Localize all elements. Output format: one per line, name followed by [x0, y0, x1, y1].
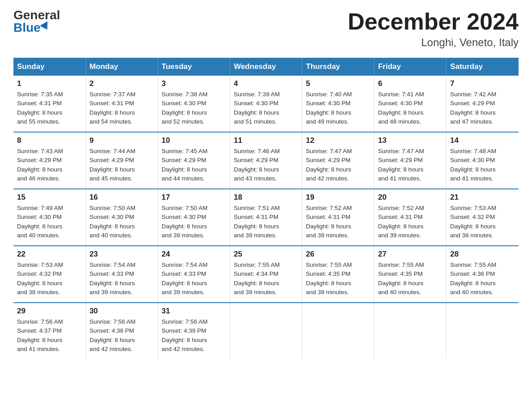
day-info: Sunrise: 7:39 AMSunset: 4:30 PMDaylight:…: [234, 90, 298, 126]
day-info: Sunrise: 7:56 AMSunset: 4:39 PMDaylight:…: [162, 317, 226, 354]
day-number: 18: [234, 193, 298, 202]
day-number: 10: [162, 136, 226, 145]
header-wednesday: Wednesday: [230, 58, 302, 76]
day-info: Sunrise: 7:43 AMSunset: 4:29 PMDaylight:…: [17, 147, 82, 183]
table-row: [230, 303, 302, 359]
calendar-week-1: 1Sunrise: 7:35 AMSunset: 4:31 PMDaylight…: [13, 76, 519, 132]
logo-triangle-icon: [40, 21, 51, 32]
table-row: 18Sunrise: 7:51 AMSunset: 4:31 PMDayligh…: [230, 189, 302, 246]
table-row: 19Sunrise: 7:52 AMSunset: 4:31 PMDayligh…: [302, 189, 374, 246]
table-row: 15Sunrise: 7:49 AMSunset: 4:30 PMDayligh…: [13, 189, 86, 246]
day-info: Sunrise: 7:41 AMSunset: 4:30 PMDaylight:…: [378, 90, 442, 126]
day-info: Sunrise: 7:55 AMSunset: 4:35 PMDaylight:…: [378, 261, 442, 297]
table-row: 5Sunrise: 7:40 AMSunset: 4:30 PMDaylight…: [302, 76, 374, 132]
table-row: 31Sunrise: 7:56 AMSunset: 4:39 PMDayligh…: [158, 303, 230, 359]
table-row: 30Sunrise: 7:56 AMSunset: 4:38 PMDayligh…: [86, 303, 158, 359]
day-number: 14: [450, 136, 515, 145]
day-number: 26: [306, 250, 370, 259]
table-row: 13Sunrise: 7:47 AMSunset: 4:29 PMDayligh…: [374, 132, 446, 189]
day-number: 7: [450, 79, 515, 88]
day-number: 22: [17, 250, 82, 259]
day-number: 15: [17, 193, 82, 202]
day-info: Sunrise: 7:54 AMSunset: 4:33 PMDaylight:…: [90, 261, 154, 297]
day-info: Sunrise: 7:44 AMSunset: 4:29 PMDaylight:…: [90, 147, 154, 183]
calendar-body: 1Sunrise: 7:35 AMSunset: 4:31 PMDaylight…: [13, 76, 519, 359]
day-number: 9: [90, 136, 154, 145]
table-row: 24Sunrise: 7:54 AMSunset: 4:33 PMDayligh…: [158, 246, 230, 303]
day-number: 28: [450, 250, 515, 259]
calendar-title: December 2024: [348, 9, 519, 34]
day-info: Sunrise: 7:37 AMSunset: 4:31 PMDaylight:…: [90, 90, 154, 126]
day-number: 31: [162, 307, 226, 316]
table-row: 3Sunrise: 7:38 AMSunset: 4:30 PMDaylight…: [158, 76, 230, 132]
day-info: Sunrise: 7:56 AMSunset: 4:37 PMDaylight:…: [17, 317, 82, 354]
header-saturday: Saturday: [446, 58, 519, 76]
header-row: Sunday Monday Tuesday Wednesday Thursday…: [13, 58, 519, 76]
day-info: Sunrise: 7:40 AMSunset: 4:30 PMDaylight:…: [306, 90, 370, 126]
table-row: 4Sunrise: 7:39 AMSunset: 4:30 PMDaylight…: [230, 76, 302, 132]
table-row: 17Sunrise: 7:50 AMSunset: 4:30 PMDayligh…: [158, 189, 230, 246]
day-info: Sunrise: 7:46 AMSunset: 4:29 PMDaylight:…: [234, 147, 298, 183]
day-number: 11: [234, 136, 298, 145]
day-info: Sunrise: 7:50 AMSunset: 4:30 PMDaylight:…: [162, 204, 226, 240]
day-number: 23: [90, 250, 154, 259]
header-friday: Friday: [374, 58, 446, 76]
day-info: Sunrise: 7:52 AMSunset: 4:31 PMDaylight:…: [306, 204, 370, 240]
day-info: Sunrise: 7:55 AMSunset: 4:35 PMDaylight:…: [306, 261, 370, 297]
day-number: 20: [378, 193, 442, 202]
calendar-header: Sunday Monday Tuesday Wednesday Thursday…: [13, 58, 519, 76]
day-number: 25: [234, 250, 298, 259]
day-number: 17: [162, 193, 226, 202]
day-info: Sunrise: 7:55 AMSunset: 4:36 PMDaylight:…: [450, 261, 515, 297]
calendar-week-3: 15Sunrise: 7:49 AMSunset: 4:30 PMDayligh…: [13, 189, 519, 246]
header-tuesday: Tuesday: [158, 58, 230, 76]
day-number: 29: [17, 307, 82, 316]
header-sunday: Sunday: [13, 58, 86, 76]
day-info: Sunrise: 7:38 AMSunset: 4:30 PMDaylight:…: [162, 90, 226, 126]
day-info: Sunrise: 7:47 AMSunset: 4:29 PMDaylight:…: [378, 147, 442, 183]
day-info: Sunrise: 7:55 AMSunset: 4:34 PMDaylight:…: [234, 261, 298, 297]
table-row: [446, 303, 519, 359]
day-info: Sunrise: 7:53 AMSunset: 4:32 PMDaylight:…: [450, 204, 515, 240]
table-row: 29Sunrise: 7:56 AMSunset: 4:37 PMDayligh…: [13, 303, 86, 359]
day-number: 2: [90, 79, 154, 88]
calendar-week-5: 29Sunrise: 7:56 AMSunset: 4:37 PMDayligh…: [13, 303, 519, 359]
day-number: 6: [378, 79, 442, 88]
day-info: Sunrise: 7:42 AMSunset: 4:29 PMDaylight:…: [450, 90, 515, 126]
day-info: Sunrise: 7:56 AMSunset: 4:38 PMDaylight:…: [90, 317, 154, 354]
day-info: Sunrise: 7:45 AMSunset: 4:29 PMDaylight:…: [162, 147, 226, 183]
day-info: Sunrise: 7:54 AMSunset: 4:33 PMDaylight:…: [162, 261, 226, 297]
table-row: 23Sunrise: 7:54 AMSunset: 4:33 PMDayligh…: [86, 246, 158, 303]
table-row: 26Sunrise: 7:55 AMSunset: 4:35 PMDayligh…: [302, 246, 374, 303]
day-info: Sunrise: 7:35 AMSunset: 4:31 PMDaylight:…: [17, 90, 82, 126]
day-info: Sunrise: 7:52 AMSunset: 4:31 PMDaylight:…: [378, 204, 442, 240]
table-row: 8Sunrise: 7:43 AMSunset: 4:29 PMDaylight…: [13, 132, 86, 189]
header-thursday: Thursday: [302, 58, 374, 76]
table-row: 25Sunrise: 7:55 AMSunset: 4:34 PMDayligh…: [230, 246, 302, 303]
calendar-week-2: 8Sunrise: 7:43 AMSunset: 4:29 PMDaylight…: [13, 132, 519, 189]
day-info: Sunrise: 7:49 AMSunset: 4:30 PMDaylight:…: [17, 204, 82, 240]
day-info: Sunrise: 7:51 AMSunset: 4:31 PMDaylight:…: [234, 204, 298, 240]
header-monday: Monday: [86, 58, 158, 76]
logo-blue-text: Blue: [13, 21, 51, 34]
day-number: 13: [378, 136, 442, 145]
table-row: 7Sunrise: 7:42 AMSunset: 4:29 PMDaylight…: [446, 76, 519, 132]
table-row: 22Sunrise: 7:53 AMSunset: 4:32 PMDayligh…: [13, 246, 86, 303]
day-number: 21: [450, 193, 515, 202]
table-row: 6Sunrise: 7:41 AMSunset: 4:30 PMDaylight…: [374, 76, 446, 132]
day-number: 1: [17, 79, 82, 88]
table-row: 10Sunrise: 7:45 AMSunset: 4:29 PMDayligh…: [158, 132, 230, 189]
logo: General Blue: [13, 9, 60, 34]
title-block: December 2024 Longhi, Veneto, Italy: [348, 9, 519, 49]
day-number: 27: [378, 250, 442, 259]
logo-general-text: General: [13, 9, 60, 21]
day-number: 8: [17, 136, 82, 145]
table-row: 9Sunrise: 7:44 AMSunset: 4:29 PMDaylight…: [86, 132, 158, 189]
calendar-week-4: 22Sunrise: 7:53 AMSunset: 4:32 PMDayligh…: [13, 246, 519, 303]
table-row: 28Sunrise: 7:55 AMSunset: 4:36 PMDayligh…: [446, 246, 519, 303]
table-row: 27Sunrise: 7:55 AMSunset: 4:35 PMDayligh…: [374, 246, 446, 303]
day-number: 4: [234, 79, 298, 88]
table-row: [302, 303, 374, 359]
day-info: Sunrise: 7:50 AMSunset: 4:30 PMDaylight:…: [90, 204, 154, 240]
page-header: General Blue December 2024 Longhi, Venet…: [13, 9, 519, 49]
